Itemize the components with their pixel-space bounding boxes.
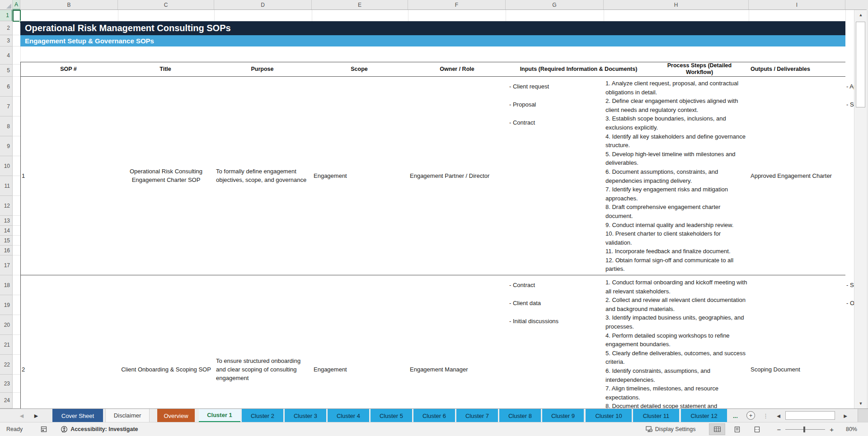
cell-inputs[interactable]: - Contract- Client data- Initial discuss… (509, 281, 600, 335)
column-letter: F (455, 2, 458, 8)
accessibility-status[interactable]: Accessibility: Investigate (61, 426, 138, 433)
row-header[interactable]: 3 (0, 35, 13, 46)
sheet-tab[interactable]: Cluster 1 (199, 409, 240, 422)
sheet-tab[interactable]: Overview (157, 409, 195, 422)
more-tabs-indicator[interactable]: ... (733, 409, 738, 422)
sheet-tab[interactable]: Cluster 4 (328, 409, 369, 422)
sheet-tab[interactable]: Disclaimer (105, 409, 150, 422)
process-step: 3. Establish scope boundaries, inclusion… (605, 114, 748, 132)
column-header[interactable]: I (749, 0, 845, 10)
cell-outputs[interactable]: Approved Engagement Charter (751, 76, 847, 275)
zoom-level[interactable]: 80% (842, 426, 857, 432)
cell-scope[interactable]: Engagement (314, 76, 347, 275)
sheet-tab[interactable]: Cluster 10 (586, 409, 632, 422)
sheet-tab[interactable]: Cluster 8 (499, 409, 541, 422)
row-header[interactable]: 21 (0, 335, 13, 355)
cell-title[interactable]: Client Onboarding & Scoping SOP (118, 275, 214, 408)
cell-next-column-clipped: - Ap- Sc (846, 82, 854, 118)
row-header[interactable]: 5 (0, 65, 13, 77)
row-header[interactable]: 12 (0, 196, 13, 216)
sheet-tab[interactable]: Cluster 3 (285, 409, 326, 422)
column-header[interactable]: E (312, 0, 408, 10)
scroll-down-icon[interactable]: ▼ (854, 399, 867, 408)
cell-owner[interactable]: Engagement Partner / Director (410, 76, 506, 275)
cell-title[interactable]: Operational Risk Consulting Engagement C… (118, 76, 214, 275)
cell-purpose[interactable]: To ensure structured onboarding and clea… (216, 275, 309, 408)
scroll-right-icon[interactable]: ▶ (840, 409, 850, 422)
sheet-tab-label: Cluster 12 (690, 413, 717, 419)
row-header[interactable]: 10 (0, 156, 13, 176)
sheet-tab[interactable]: Cluster 5 (371, 409, 412, 422)
sheet-tab-label: Overview (164, 413, 188, 419)
cell-inputs[interactable]: - Client request- Proposal- Contract (509, 82, 600, 136)
row-header[interactable]: 20 (0, 315, 13, 335)
scroll-left-icon[interactable]: ◀ (774, 409, 784, 422)
column-header[interactable]: C (118, 0, 214, 10)
sheet-tab[interactable]: Cluster 6 (413, 409, 455, 422)
tab-options-icon[interactable]: ⋮ (763, 409, 769, 422)
column-header[interactable]: F (408, 0, 506, 10)
row-header[interactable]: 11 (0, 176, 13, 196)
page-layout-view-button[interactable] (729, 423, 745, 435)
cell-purpose[interactable]: To formally define engagement objectives… (216, 76, 309, 275)
row-number: 5 (7, 67, 10, 74)
sheet-tab[interactable]: Cluster 12 (681, 409, 727, 422)
column-header[interactable]: B (20, 0, 118, 10)
vertical-scrollbar[interactable]: ▲ ▼ (854, 10, 867, 408)
page-break-preview-button[interactable] (749, 423, 765, 435)
zoom-slider-handle[interactable] (803, 427, 805, 432)
row-header[interactable]: 16 (0, 246, 13, 255)
column-header[interactable]: G (506, 0, 604, 10)
worksheet-grid[interactable]: Operational Risk Management Consulting S… (13, 10, 854, 408)
row-header[interactable]: 2 (0, 21, 13, 35)
row-header[interactable]: 22 (0, 355, 13, 375)
row-header[interactable]: 14 (0, 226, 13, 236)
sheet-tab[interactable]: Cluster 11 (633, 409, 679, 422)
cell-process-steps[interactable]: 1. Analyze client request, proposal, and… (605, 79, 748, 274)
zoom-slider[interactable] (785, 426, 825, 432)
horizontal-scrollbar-thumb[interactable] (785, 411, 835, 420)
row-header[interactable]: 18 (0, 275, 13, 295)
cell-owner[interactable]: Engagement Manager (410, 275, 506, 408)
row-header[interactable]: 17 (0, 255, 13, 275)
row-header[interactable]: 4 (0, 46, 13, 65)
table-row[interactable]: 2 Client Onboarding & Scoping SOP To ens… (13, 275, 854, 408)
add-sheet-button[interactable]: + (746, 411, 755, 420)
table-row[interactable]: 1 Operational Risk Consulting Engagement… (13, 76, 854, 275)
sheet-tab[interactable]: Cover Sheet (52, 409, 103, 422)
normal-view-button[interactable] (709, 423, 725, 435)
row-header[interactable]: 13 (0, 216, 13, 226)
sheet-tab[interactable]: Cluster 2 (242, 409, 283, 422)
row-number: 12 (4, 203, 10, 209)
vertical-scrollbar-thumb[interactable] (856, 22, 865, 107)
sheet-tab[interactable]: Cluster 7 (456, 409, 498, 422)
row-header[interactable]: 6 (0, 77, 13, 97)
display-settings-button[interactable]: Display Settings (646, 426, 696, 432)
sheet-tab[interactable]: Cluster 9 (542, 409, 584, 422)
scroll-up-icon[interactable]: ▲ (854, 10, 867, 20)
row-header[interactable]: 19 (0, 295, 13, 315)
column-header[interactable]: D (214, 0, 312, 10)
cell-process-steps[interactable]: 1. Conduct formal onboarding and kickoff… (605, 278, 748, 408)
column-header[interactable]: A (13, 0, 20, 10)
row-header[interactable]: 8 (0, 116, 13, 136)
row-header[interactable]: 15 (0, 236, 13, 246)
zoom-out-icon[interactable]: − (777, 426, 781, 433)
select-all-corner[interactable] (0, 0, 13, 10)
cell-scope[interactable]: Engagement (314, 275, 347, 408)
zoom-in-icon[interactable]: + (830, 426, 834, 433)
column-letter: C (164, 2, 168, 8)
tab-nav-right-icon[interactable]: ▶ (32, 409, 41, 422)
column-header[interactable]: H (604, 0, 749, 10)
record-macro-icon[interactable] (41, 426, 47, 432)
row-header[interactable]: 23 (0, 375, 13, 393)
cell-sop-number[interactable]: 2 (22, 275, 25, 408)
tab-nav-left-icon[interactable]: ◀ (17, 409, 26, 422)
row-header[interactable]: 24 (0, 393, 13, 408)
cell-sop-number[interactable]: 1 (22, 76, 25, 275)
row-header[interactable]: 1 (0, 10, 13, 21)
row-header[interactable]: 9 (0, 136, 13, 156)
row-header[interactable]: 7 (0, 97, 13, 116)
selected-cell-a1[interactable] (13, 10, 21, 22)
cell-outputs[interactable]: Scoping Document (751, 275, 847, 408)
